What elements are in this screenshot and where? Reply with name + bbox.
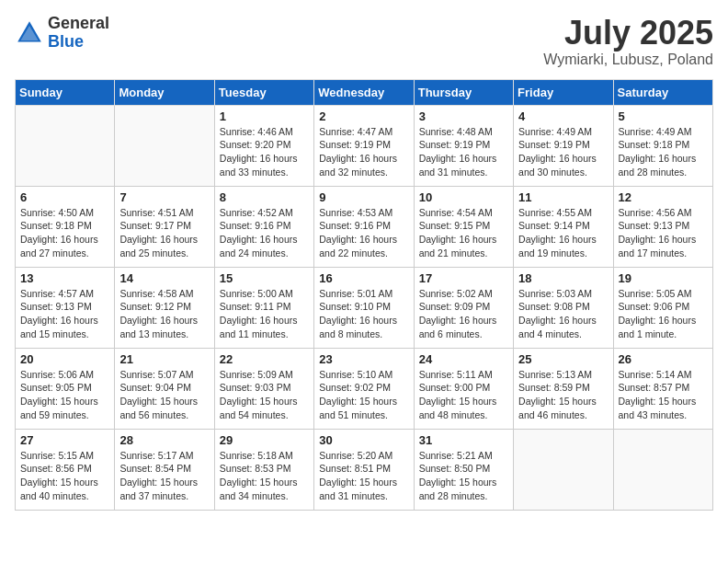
calendar-cell: 17Sunrise: 5:02 AM Sunset: 9:09 PM Dayli… — [414, 267, 513, 348]
calendar-cell: 24Sunrise: 5:11 AM Sunset: 9:00 PM Dayli… — [414, 348, 513, 429]
calendar-week-1: 6Sunrise: 4:50 AM Sunset: 9:18 PM Daylig… — [16, 186, 713, 267]
calendar-cell: 22Sunrise: 5:09 AM Sunset: 9:03 PM Dayli… — [214, 348, 313, 429]
day-number: 31 — [419, 433, 508, 447]
calendar-week-0: 1Sunrise: 4:46 AM Sunset: 9:20 PM Daylig… — [16, 105, 713, 186]
cell-content: Sunrise: 5:05 AM Sunset: 9:06 PM Dayligh… — [619, 287, 708, 341]
day-number: 5 — [619, 109, 708, 123]
calendar-cell — [613, 429, 712, 510]
calendar-cell: 27Sunrise: 5:15 AM Sunset: 8:56 PM Dayli… — [16, 429, 115, 510]
day-number: 30 — [319, 433, 408, 447]
day-header-tuesday: Tuesday — [214, 79, 313, 105]
cell-content: Sunrise: 5:09 AM Sunset: 9:03 PM Dayligh… — [220, 368, 309, 422]
header-row: SundayMondayTuesdayWednesdayThursdayFrid… — [16, 79, 713, 105]
cell-content: Sunrise: 4:54 AM Sunset: 9:15 PM Dayligh… — [419, 206, 508, 260]
logo: General Blue — [15, 15, 109, 52]
day-number: 21 — [119, 352, 209, 366]
calendar-cell — [16, 105, 115, 186]
calendar-cell: 21Sunrise: 5:07 AM Sunset: 9:04 PM Dayli… — [115, 348, 214, 429]
day-header-monday: Monday — [115, 79, 214, 105]
calendar-cell: 9Sunrise: 4:53 AM Sunset: 9:16 PM Daylig… — [314, 186, 414, 267]
day-number: 10 — [419, 190, 508, 204]
cell-content: Sunrise: 4:46 AM Sunset: 9:20 PM Dayligh… — [220, 125, 309, 179]
day-number: 22 — [220, 352, 309, 366]
calendar-week-3: 20Sunrise: 5:06 AM Sunset: 9:05 PM Dayli… — [16, 348, 713, 429]
cell-content: Sunrise: 4:49 AM Sunset: 9:18 PM Dayligh… — [619, 125, 708, 179]
cell-content: Sunrise: 5:15 AM Sunset: 8:56 PM Dayligh… — [20, 449, 109, 503]
calendar-cell: 12Sunrise: 4:56 AM Sunset: 9:13 PM Dayli… — [613, 186, 712, 267]
location-subtitle: Wymiarki, Lubusz, Poland — [543, 52, 713, 68]
day-number: 27 — [20, 433, 109, 447]
calendar-cell — [115, 105, 214, 186]
calendar-cell: 2Sunrise: 4:47 AM Sunset: 9:19 PM Daylig… — [314, 105, 414, 186]
cell-content: Sunrise: 4:51 AM Sunset: 9:17 PM Dayligh… — [119, 206, 209, 260]
day-number: 16 — [319, 271, 408, 285]
calendar-cell: 25Sunrise: 5:13 AM Sunset: 8:59 PM Dayli… — [514, 348, 613, 429]
day-header-wednesday: Wednesday — [314, 79, 414, 105]
calendar-cell: 8Sunrise: 4:52 AM Sunset: 9:16 PM Daylig… — [214, 186, 313, 267]
day-number: 2 — [319, 109, 408, 123]
calendar-cell: 28Sunrise: 5:17 AM Sunset: 8:54 PM Dayli… — [115, 429, 214, 510]
logo-blue-text: Blue — [48, 33, 109, 52]
cell-content: Sunrise: 4:57 AM Sunset: 9:13 PM Dayligh… — [20, 287, 109, 341]
calendar-body: 1Sunrise: 4:46 AM Sunset: 9:20 PM Daylig… — [16, 105, 713, 510]
day-number: 17 — [419, 271, 508, 285]
calendar-cell — [514, 429, 613, 510]
cell-content: Sunrise: 5:01 AM Sunset: 9:10 PM Dayligh… — [319, 287, 408, 341]
cell-content: Sunrise: 5:17 AM Sunset: 8:54 PM Dayligh… — [119, 449, 209, 503]
cell-content: Sunrise: 5:10 AM Sunset: 9:02 PM Dayligh… — [319, 368, 408, 422]
day-number: 6 — [20, 190, 109, 204]
day-number: 13 — [20, 271, 109, 285]
calendar-cell: 31Sunrise: 5:21 AM Sunset: 8:50 PM Dayli… — [414, 429, 513, 510]
cell-content: Sunrise: 4:53 AM Sunset: 9:16 PM Dayligh… — [319, 206, 408, 260]
calendar-cell: 23Sunrise: 5:10 AM Sunset: 9:02 PM Dayli… — [314, 348, 414, 429]
cell-content: Sunrise: 4:55 AM Sunset: 9:14 PM Dayligh… — [518, 206, 608, 260]
title-block: July 2025 Wymiarki, Lubusz, Poland — [543, 15, 713, 68]
calendar-cell: 4Sunrise: 4:49 AM Sunset: 9:19 PM Daylig… — [514, 105, 613, 186]
calendar-week-4: 27Sunrise: 5:15 AM Sunset: 8:56 PM Dayli… — [16, 429, 713, 510]
calendar-cell: 3Sunrise: 4:48 AM Sunset: 9:19 PM Daylig… — [414, 105, 513, 186]
calendar-header: SundayMondayTuesdayWednesdayThursdayFrid… — [16, 79, 713, 105]
calendar-cell: 26Sunrise: 5:14 AM Sunset: 8:57 PM Dayli… — [613, 348, 712, 429]
cell-content: Sunrise: 5:13 AM Sunset: 8:59 PM Dayligh… — [518, 368, 608, 422]
calendar-cell: 5Sunrise: 4:49 AM Sunset: 9:18 PM Daylig… — [613, 105, 712, 186]
day-number: 9 — [319, 190, 408, 204]
day-number: 7 — [119, 190, 209, 204]
calendar-cell: 10Sunrise: 4:54 AM Sunset: 9:15 PM Dayli… — [414, 186, 513, 267]
day-number: 18 — [518, 271, 608, 285]
cell-content: Sunrise: 5:06 AM Sunset: 9:05 PM Dayligh… — [20, 368, 109, 422]
day-number: 23 — [319, 352, 408, 366]
month-year-title: July 2025 — [543, 15, 713, 52]
cell-content: Sunrise: 5:03 AM Sunset: 9:08 PM Dayligh… — [518, 287, 608, 341]
day-number: 15 — [220, 271, 309, 285]
day-number: 14 — [119, 271, 209, 285]
logo-icon — [15, 18, 44, 48]
day-number: 11 — [518, 190, 608, 204]
calendar-cell: 13Sunrise: 4:57 AM Sunset: 9:13 PM Dayli… — [16, 267, 115, 348]
calendar-cell: 29Sunrise: 5:18 AM Sunset: 8:53 PM Dayli… — [214, 429, 313, 510]
cell-content: Sunrise: 4:58 AM Sunset: 9:12 PM Dayligh… — [119, 287, 209, 341]
calendar-cell: 15Sunrise: 5:00 AM Sunset: 9:11 PM Dayli… — [214, 267, 313, 348]
day-number: 4 — [518, 109, 608, 123]
cell-content: Sunrise: 4:52 AM Sunset: 9:16 PM Dayligh… — [220, 206, 309, 260]
calendar-cell: 18Sunrise: 5:03 AM Sunset: 9:08 PM Dayli… — [514, 267, 613, 348]
calendar-cell: 11Sunrise: 4:55 AM Sunset: 9:14 PM Dayli… — [514, 186, 613, 267]
day-number: 3 — [419, 109, 508, 123]
day-number: 8 — [220, 190, 309, 204]
day-header-thursday: Thursday — [414, 79, 513, 105]
calendar-cell: 6Sunrise: 4:50 AM Sunset: 9:18 PM Daylig… — [16, 186, 115, 267]
cell-content: Sunrise: 5:02 AM Sunset: 9:09 PM Dayligh… — [419, 287, 508, 341]
cell-content: Sunrise: 5:20 AM Sunset: 8:51 PM Dayligh… — [319, 449, 408, 503]
cell-content: Sunrise: 5:11 AM Sunset: 9:00 PM Dayligh… — [419, 368, 508, 422]
cell-content: Sunrise: 4:49 AM Sunset: 9:19 PM Dayligh… — [518, 125, 608, 179]
day-number: 20 — [20, 352, 109, 366]
logo-general-text: General — [48, 15, 109, 33]
calendar-week-2: 13Sunrise: 4:57 AM Sunset: 9:13 PM Dayli… — [16, 267, 713, 348]
page-header: General Blue July 2025 Wymiarki, Lubusz,… — [15, 15, 713, 68]
day-number: 12 — [619, 190, 708, 204]
day-number: 25 — [518, 352, 608, 366]
day-number: 28 — [119, 433, 209, 447]
cell-content: Sunrise: 4:50 AM Sunset: 9:18 PM Dayligh… — [20, 206, 109, 260]
day-header-friday: Friday — [514, 79, 613, 105]
cell-content: Sunrise: 5:00 AM Sunset: 9:11 PM Dayligh… — [220, 287, 309, 341]
cell-content: Sunrise: 5:07 AM Sunset: 9:04 PM Dayligh… — [119, 368, 209, 422]
